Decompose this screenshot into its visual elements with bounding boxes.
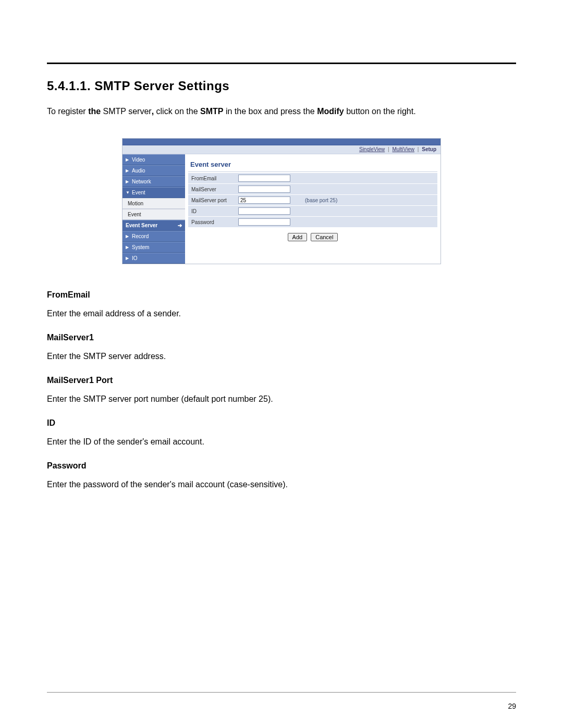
nav-separator: | <box>388 146 389 152</box>
input-id[interactable] <box>238 207 290 215</box>
sidebar-item-network[interactable]: ▶Network <box>123 176 185 187</box>
term-id: ID <box>47 418 516 428</box>
intro-text: click on the <box>154 107 200 116</box>
input-password[interactable] <box>238 218 290 226</box>
sidebar-subitem-event-server[interactable]: Event Server➔ <box>123 220 185 231</box>
sidebar-item-system[interactable]: ▶System <box>123 242 185 253</box>
text-id: Enter the ID of the sender's email accou… <box>47 437 516 447</box>
sidebar-item-label: Event <box>128 212 141 217</box>
bottom-rule <box>47 692 516 693</box>
text-mailserver1: Enter the SMTP server address. <box>47 352 516 361</box>
sidebar-item-label: Network <box>132 179 151 184</box>
event-server-ui: SingleView | MultiView | Setup ▶Video ▶A… <box>122 138 441 264</box>
text-fromemail: Enter the email address of a sender. <box>47 309 516 318</box>
intro-text: To register <box>47 107 88 116</box>
ui-body: ▶Video ▶Audio ▶Network ▼Event Motion Eve… <box>123 154 440 264</box>
sidebar-item-io[interactable]: ▶IO <box>123 253 185 264</box>
sidebar-subitem-event[interactable]: Event <box>123 209 185 220</box>
top-rule <box>47 63 516 64</box>
term-password: Password <box>47 461 516 471</box>
sidebar-subitem-motion[interactable]: Motion <box>123 198 185 209</box>
sidebar-item-label: Event Server <box>126 223 157 228</box>
sidebar-item-label: Audio <box>132 168 145 174</box>
add-button[interactable]: Add <box>288 233 308 241</box>
content-panel: Event server FromEmail MailServer MailSe… <box>185 154 440 249</box>
triangle-right-icon: ▶ <box>126 245 130 250</box>
nav-current-setup: Setup <box>422 146 436 152</box>
form-row-mailserver-port: MailServer port (base port 25) <box>188 195 437 206</box>
intro-bold-modify: Modify <box>317 107 344 116</box>
label-mailserver-port: MailServer port <box>188 198 238 203</box>
form-row-password: Password <box>188 217 437 228</box>
section-heading: 5.4.1.1. SMTP Server Settings <box>47 79 516 93</box>
text-password: Enter the password of the sender's mail … <box>47 480 516 489</box>
titlebar-strip <box>123 139 440 145</box>
intro-text: in the box and press the <box>223 107 317 116</box>
top-nav: SingleView | MultiView | Setup <box>123 145 440 154</box>
port-note: (base port 25) <box>305 198 337 203</box>
cancel-button[interactable]: Cancel <box>311 233 338 241</box>
text-mailserver1-port: Enter the SMTP server port number (defau… <box>47 394 516 404</box>
triangle-right-icon: ▶ <box>126 179 130 184</box>
term-mailserver1-port: MailServer1 Port <box>47 376 516 385</box>
sidebar-item-record[interactable]: ▶Record <box>123 231 185 242</box>
sidebar: ▶Video ▶Audio ▶Network ▼Event Motion Eve… <box>123 154 185 264</box>
nav-link-multiview[interactable]: MultiView <box>392 146 414 152</box>
input-mailserver-port[interactable] <box>238 196 290 204</box>
nav-separator: | <box>418 146 419 152</box>
intro-bold-the: the <box>88 107 101 116</box>
term-fromemail: FromEmail <box>47 290 516 300</box>
sidebar-item-label: System <box>132 244 149 250</box>
triangle-right-icon: ▶ <box>126 256 130 261</box>
input-mailserver[interactable] <box>238 186 290 193</box>
sidebar-item-label: Record <box>132 233 149 239</box>
triangle-right-icon: ▶ <box>126 157 130 162</box>
label-mailserver: MailServer <box>188 187 238 192</box>
label-fromemail: FromEmail <box>188 176 238 181</box>
sidebar-item-label: Motion <box>128 201 143 206</box>
document-page: 5.4.1.1. SMTP Server Settings To registe… <box>0 0 563 728</box>
arrow-right-icon: ➔ <box>178 223 182 228</box>
term-mailserver1: MailServer1 <box>47 333 516 342</box>
form-row-fromemail: FromEmail <box>188 173 437 184</box>
sidebar-item-label: IO <box>132 255 138 261</box>
sidebar-item-audio[interactable]: ▶Audio <box>123 165 185 176</box>
triangle-down-icon: ▼ <box>126 190 130 195</box>
intro-text: button on the right. <box>344 107 416 116</box>
content-title: Event server <box>188 157 437 172</box>
form-row-mailserver: MailServer <box>188 184 437 195</box>
sidebar-item-label: Video <box>132 157 145 163</box>
sidebar-item-event[interactable]: ▼Event <box>123 187 185 198</box>
triangle-right-icon: ▶ <box>126 168 130 173</box>
sidebar-item-video[interactable]: ▶Video <box>123 154 185 165</box>
form-row-id: ID <box>188 206 437 217</box>
triangle-right-icon: ▶ <box>126 234 130 239</box>
label-password: Password <box>188 219 238 225</box>
button-row: Add Cancel <box>188 228 437 243</box>
intro-text: SMTP server <box>101 107 152 116</box>
intro-paragraph: To register the SMTP server, click on th… <box>47 106 516 117</box>
page-number: 29 <box>508 702 516 710</box>
intro-bold-smtp: SMTP <box>200 107 223 116</box>
nav-link-singleview[interactable]: SingleView <box>359 146 385 152</box>
description-block: FromEmail Enter the email address of a s… <box>47 290 516 489</box>
input-fromemail[interactable] <box>238 175 290 182</box>
sidebar-item-label: Event <box>132 190 145 195</box>
label-id: ID <box>188 208 238 214</box>
